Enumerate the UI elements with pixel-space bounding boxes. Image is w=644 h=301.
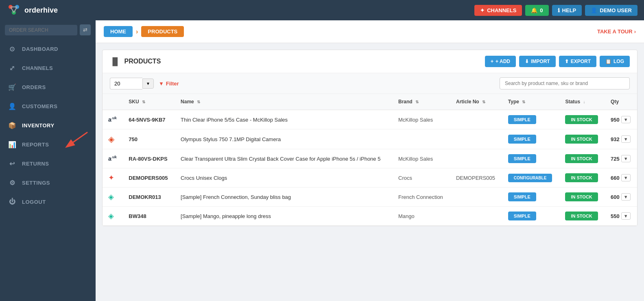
cell-channel: ✦ [103,168,123,188]
article-sort-icon[interactable]: ⇅ [482,100,485,104]
cell-brand: French Connection [393,188,450,207]
status-badge: IN STOCK [565,173,598,182]
cell-article-no [450,110,502,129]
type-badge: CONFIGURABLE [508,174,552,182]
cell-name: [Sample] French Connection, Sunday bliss… [175,188,393,207]
sidebar-item-channels[interactable]: ⤢ CHANNELS [0,59,96,78]
type-badge: SIMPLE [508,135,536,144]
products-table: SKU ⇅ Name ⇅ Brand ⇅ Article No ⇅ Type ⇅ [103,94,637,226]
filter-button[interactable]: ▼ Filter [159,81,179,87]
channels-label: CHANNELS [487,7,516,13]
cell-brand: McKillop Sales [393,149,450,168]
table-toolbar: 20 ▼ ▼ Filter [103,73,637,94]
table-header: SKU ⇅ Name ⇅ Brand ⇅ Article No ⇅ Type ⇅ [103,94,637,110]
brand-sort-icon[interactable]: ⇅ [415,100,419,104]
help-button[interactable]: ℹ HELP [552,5,582,16]
table-row: a.uk 64-5NVS-9KB7 Thin Clear iPhone 5/5s… [103,110,637,129]
user-button[interactable]: 👤 DEMO USER [585,5,637,16]
dashboard-icon: ⊙ [8,45,16,53]
type-badge: SIMPLE [508,154,536,163]
add-button[interactable]: + + ADD [485,56,516,67]
status-badge: IN STOCK [565,212,598,220]
order-search-area: ⇄ [0,20,96,39]
type-badge: SIMPLE [508,115,536,124]
cell-channel: a.uk [103,110,123,129]
add-icon: + [491,59,493,64]
log-icon: 📋 [605,59,611,64]
magento-icon: ◈ [108,135,114,144]
sidebar-item-customers[interactable]: 👤 CUSTOMERS [0,97,96,116]
customers-icon: 👤 [8,103,16,110]
per-page-input[interactable]: 20 [110,78,142,89]
cell-status: IN STOCK [559,188,605,207]
sidebar-item-settings[interactable]: ⚙ SETTINGS [0,173,96,192]
cell-channel: ◈ [103,129,123,149]
sidebar-item-orders[interactable]: 🛒 ORDERS [0,78,96,97]
sidebar-item-reports[interactable]: 📊 REPORTS [0,135,96,154]
qty-dropdown[interactable]: ▼ [621,174,631,181]
col-channel [103,94,123,110]
order-search-submit[interactable]: ⇄ [80,24,91,35]
channels-button[interactable]: ✦ CHANNELS [474,5,522,16]
take-tour-link[interactable]: TAKE A TOUR › [597,28,636,35]
channels-nav-icon: ⤢ [8,64,16,72]
sidebar-item-returns[interactable]: ↩ RETURNS [0,154,96,173]
cell-qty: 725 ▼ [605,149,637,168]
product-search-input[interactable] [500,77,630,89]
products-breadcrumb[interactable]: PRODUCTS [141,26,184,37]
tour-arrow-icon: › [634,28,636,35]
qty-value: 550 [611,213,620,219]
cell-article-no [450,149,502,168]
sidebar-item-label: REPORTS [22,142,49,148]
status-sort-icon[interactable]: ↓ [583,100,585,104]
cell-sku: BW348 [123,207,175,226]
cell-channel: ◈ [103,188,123,207]
logo-area: orderhive [7,3,58,17]
breadcrumb-bar: HOME › PRODUCTS TAKE A TOUR › [96,20,644,43]
cell-status: IN STOCK [559,129,605,149]
user-label: DEMO USER [600,7,632,13]
sku-sort-icon[interactable]: ⇅ [142,100,145,104]
sidebar-item-logout[interactable]: ⏻ LOGOUT [0,192,96,211]
qty-dropdown[interactable]: ▼ [621,135,631,143]
amazon-icon: a.uk [108,116,117,123]
cell-type: SIMPLE [502,207,560,226]
per-page-dropdown-arrow[interactable]: ▼ [142,79,154,89]
notifications-button[interactable]: 🔔 0 [525,5,548,16]
log-button[interactable]: 📋 LOG [600,56,630,67]
bell-icon: 🔔 [531,7,537,13]
sidebar-item-dashboard[interactable]: ⊙ DASHBOARD [0,39,96,59]
order-search-input[interactable] [5,25,77,35]
name-sort-icon[interactable]: ⇅ [197,100,200,104]
qty-dropdown[interactable]: ▼ [621,155,631,162]
app-name: orderhive [24,6,58,15]
cell-brand [393,129,450,149]
qty-value: 950 [611,117,620,123]
cell-name: Crocs Unisex Clogs [175,168,393,188]
panel-actions: + + ADD ⬇ IMPORT ⬆ EXPORT 📋 LOG [485,56,630,67]
cell-qty: 932 ▼ [605,129,637,149]
cell-brand: Crocs [393,168,450,188]
qty-dropdown[interactable]: ▼ [621,193,631,201]
import-button[interactable]: ⬇ IMPORT [519,56,556,67]
home-breadcrumb[interactable]: HOME [104,26,133,37]
qty-dropdown[interactable]: ▼ [621,116,631,123]
cell-article-no [450,207,502,226]
cell-type: SIMPLE [502,110,560,129]
type-badge: SIMPLE [508,192,536,201]
type-sort-icon[interactable]: ⇅ [522,100,525,104]
import-icon: ⬇ [525,59,529,64]
sidebar-item-label: SETTINGS [22,180,50,186]
cell-status: IN STOCK [559,207,605,226]
cell-type: SIMPLE [502,129,560,149]
cell-name: [Sample] Mango, pineapple long dress [175,207,393,226]
cell-type: SIMPLE [502,149,560,168]
col-sku: SKU ⇅ [123,94,175,110]
sidebar-item-inventory[interactable]: 📦 INVENTORY [0,116,96,135]
qty-dropdown[interactable]: ▼ [621,212,631,220]
qty-value: 600 [611,194,620,200]
export-button[interactable]: ⬆ EXPORT [559,56,596,67]
cell-status: IN STOCK [559,149,605,168]
returns-icon: ↩ [8,160,16,168]
user-icon: 👤 [591,7,597,13]
